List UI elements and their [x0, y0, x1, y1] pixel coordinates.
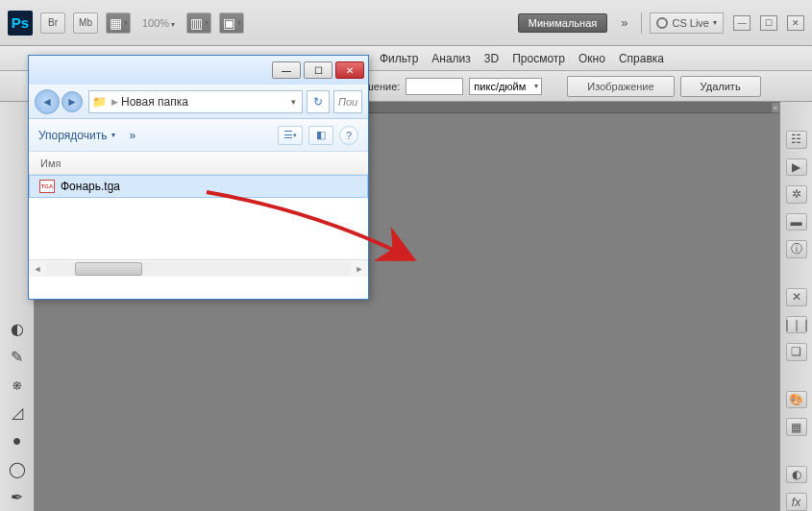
search-input[interactable]: Пои — [333, 90, 362, 113]
panel-histogram-icon[interactable]: ▬ — [786, 213, 807, 231]
folder-icon: 📁 — [89, 95, 109, 109]
bridge-button[interactable]: Br — [40, 12, 65, 34]
explorer-toolbar: Упорядочить ☰▾ ◧ ? — [29, 119, 368, 152]
right-panel-dock: ☷ ▶ ✲ ▬ ⓘ ✕ ❘❘❘ ❏ 🎨 ▦ ◐ fx — [779, 102, 812, 511]
address-bar[interactable]: 📁 ▶ Новая папка ▾ — [88, 90, 303, 113]
panel-properties-icon[interactable]: ✲ — [786, 185, 807, 204]
panel-clone-source-icon[interactable]: ❏ — [786, 343, 807, 361]
file-explorer-window: — ☐ ✕ ◄ ► 📁 ▶ Новая папка ▾ ↻ Пои Упоряд… — [28, 55, 369, 300]
panel-history-icon[interactable]: ☷ — [786, 131, 807, 149]
extras-button[interactable]: ▣ — [219, 12, 244, 34]
explorer-titlebar[interactable]: — ☐ ✕ — [29, 56, 368, 85]
file-list: TGA Фонарь.tga — [29, 175, 368, 259]
photoshop-logo: Ps — [8, 11, 33, 36]
app-top-bar: Ps Br Mb ▦ 100% ▥ ▣ Минимальная » CS Liv… — [0, 0, 812, 46]
cs-live-button[interactable]: CS Live ▾ — [650, 12, 724, 34]
tool-pen[interactable]: ✒ — [5, 485, 30, 509]
menu-analysis[interactable]: Анализ — [431, 52, 471, 65]
scroll-track[interactable] — [46, 262, 351, 276]
tool-brush[interactable]: ✎ — [5, 345, 30, 369]
resolution-input[interactable] — [406, 78, 463, 95]
delete-button[interactable]: Удалить — [680, 76, 761, 97]
column-header-name[interactable]: Имя — [29, 152, 368, 175]
breadcrumb-folder[interactable]: Новая папка — [121, 95, 196, 109]
menu-filter[interactable]: Фильтр — [380, 52, 418, 65]
resolution-unit-select[interactable]: пикс/дюйм — [469, 78, 542, 95]
tool-clone-stamp[interactable]: ⎈ — [5, 373, 30, 397]
nav-back-button[interactable]: ◄ — [35, 89, 60, 114]
image-button[interactable]: Изображение — [567, 76, 674, 97]
cs-live-icon — [656, 17, 668, 29]
scroll-thumb[interactable] — [75, 262, 142, 276]
menu-window[interactable]: Окно — [578, 52, 605, 65]
workspace-more-icon[interactable]: » — [615, 15, 633, 30]
cs-live-label: CS Live — [672, 17, 709, 29]
tool-eraser[interactable]: ◿ — [5, 401, 30, 425]
explorer-close-button[interactable]: ✕ — [335, 61, 364, 79]
preview-pane-button[interactable]: ◧ — [308, 126, 333, 145]
explorer-minimize-button[interactable]: — — [272, 61, 301, 79]
panel-actions-icon[interactable]: ▶ — [786, 158, 807, 177]
file-name-label: Фонарь.tga — [61, 180, 120, 193]
panel-brush-icon[interactable]: ❘❘❘ — [786, 316, 807, 334]
menu-help[interactable]: Справка — [619, 52, 664, 65]
toolbar-more-icon[interactable] — [115, 129, 135, 142]
tool-blur[interactable]: ● — [5, 429, 30, 453]
panel-color-icon[interactable]: 🎨 — [786, 391, 807, 409]
view-mode-button[interactable]: ☰▾ — [278, 126, 303, 145]
tool-spot-healing[interactable]: ◐ — [5, 317, 30, 341]
scroll-right-icon[interactable]: ► — [351, 264, 368, 274]
minibridge-button[interactable]: Mb — [73, 12, 98, 34]
panel-info-icon[interactable]: ⓘ — [786, 240, 807, 258]
breadcrumb-separator-icon: ▶ — [109, 97, 121, 107]
window-maximize-button[interactable]: ☐ — [760, 15, 777, 31]
panel-adjustments-icon[interactable]: ◐ — [786, 466, 807, 484]
workspace-selector[interactable]: Минимальная — [518, 13, 608, 33]
panel-tools-presets-icon[interactable]: ✕ — [786, 288, 807, 306]
refresh-button[interactable]: ↻ — [307, 90, 330, 113]
arrange-docs-button[interactable]: ▥ — [186, 12, 211, 34]
file-item[interactable]: TGA Фонарь.tga — [29, 175, 368, 198]
screen-mode-button[interactable]: ▦ — [106, 12, 131, 34]
zoom-level[interactable]: 100% — [138, 17, 179, 29]
tga-file-icon: TGA — [39, 180, 55, 193]
menu-3d[interactable]: 3D — [484, 52, 499, 65]
panel-styles-icon[interactable]: fx — [786, 493, 807, 511]
scroll-left-icon[interactable]: ◄ — [29, 264, 46, 274]
window-minimize-button[interactable]: — — [733, 15, 750, 31]
address-dropdown-icon[interactable]: ▾ — [285, 97, 302, 107]
window-close-button[interactable]: ✕ — [787, 15, 804, 31]
explorer-maximize-button[interactable]: ☐ — [304, 61, 332, 79]
menu-view[interactable]: Просмотр — [512, 52, 565, 65]
nav-forward-button[interactable]: ► — [62, 91, 83, 112]
horizontal-scrollbar[interactable]: ◄ ► — [29, 259, 368, 277]
explorer-nav-bar: ◄ ► 📁 ▶ Новая папка ▾ ↻ Пои — [29, 85, 368, 119]
help-button[interactable]: ? — [339, 126, 358, 145]
tool-dodge[interactable]: ◯ — [5, 457, 30, 481]
arrange-button[interactable]: Упорядочить — [38, 129, 115, 142]
resolution-label: шение: — [365, 81, 400, 92]
panel-swatches-icon[interactable]: ▦ — [786, 418, 807, 436]
